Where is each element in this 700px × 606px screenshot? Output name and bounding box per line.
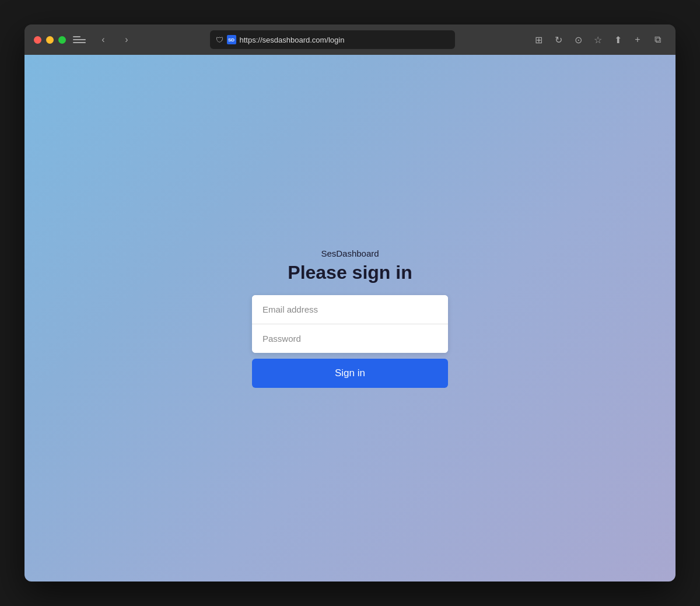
share-icon[interactable]: ⬆ bbox=[609, 31, 626, 48]
address-bar-container: 🛡 SD https://sesdashboard.com/login bbox=[142, 30, 523, 49]
browser-window: ‹ › 🛡 SD https://sesdashboard.com/login … bbox=[24, 24, 676, 582]
app-name: SesDashboard bbox=[321, 248, 379, 258]
new-tab-icon[interactable]: + bbox=[629, 31, 646, 48]
traffic-lights bbox=[34, 36, 66, 44]
tabs-overview-icon[interactable]: ⧉ bbox=[649, 31, 666, 48]
download-icon[interactable]: ⊙ bbox=[569, 31, 587, 48]
sign-in-heading: Please sign in bbox=[288, 262, 412, 283]
page-content: SesDashboard Please sign in Sign in bbox=[24, 55, 676, 582]
sidebar-toggle-button[interactable] bbox=[73, 33, 86, 46]
sign-in-button[interactable]: Sign in bbox=[252, 359, 448, 388]
address-bar[interactable]: 🛡 SD https://sesdashboard.com/login bbox=[210, 30, 455, 49]
title-bar: ‹ › 🛡 SD https://sesdashboard.com/login … bbox=[24, 24, 676, 55]
translate-icon[interactable]: ⊞ bbox=[530, 31, 547, 48]
refresh-icon[interactable]: ↻ bbox=[550, 31, 567, 48]
bookmark-icon[interactable]: ☆ bbox=[589, 31, 607, 48]
favicon: SD bbox=[227, 35, 236, 44]
toolbar-icons: ⊞ ↻ ⊙ ☆ ⬆ + ⧉ bbox=[530, 31, 666, 48]
login-form-card bbox=[252, 295, 448, 353]
maximize-button[interactable] bbox=[58, 36, 66, 44]
password-input[interactable] bbox=[252, 324, 448, 353]
shield-icon: 🛡 bbox=[216, 36, 223, 44]
back-button[interactable]: ‹ bbox=[95, 31, 111, 48]
login-container: SesDashboard Please sign in Sign in bbox=[252, 248, 448, 388]
close-button[interactable] bbox=[34, 36, 41, 44]
email-input[interactable] bbox=[252, 295, 448, 324]
forward-button[interactable]: › bbox=[118, 31, 135, 48]
url-text: https://sesdashboard.com/login bbox=[240, 36, 345, 44]
minimize-button[interactable] bbox=[46, 36, 54, 44]
